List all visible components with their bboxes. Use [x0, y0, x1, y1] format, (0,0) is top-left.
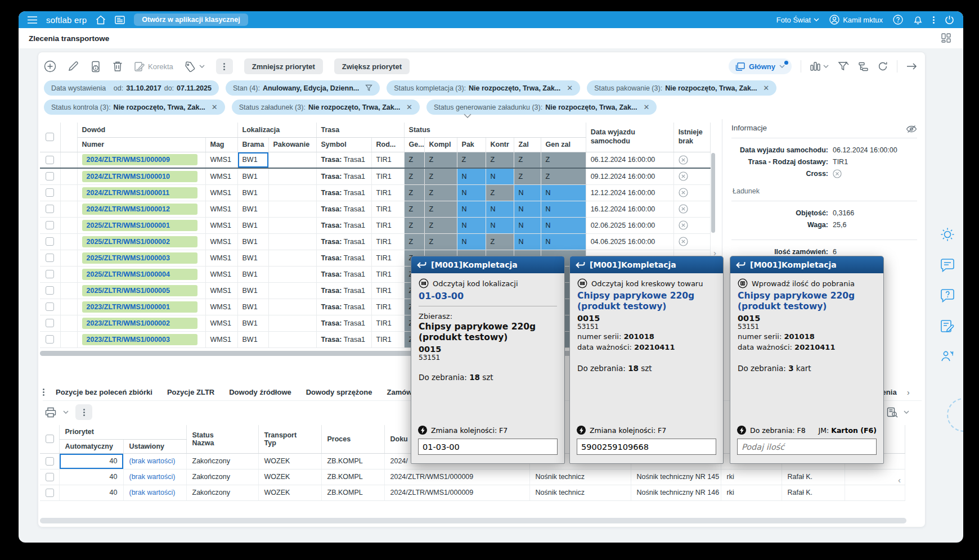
row-checkbox[interactable]: [46, 237, 54, 246]
col-data-wyjazdu[interactable]: Data wyjazdu samochodu: [586, 123, 673, 152]
table-row[interactable]: 2025/ZLTR/WMS1/000001WMS1BW1Trasa: Trasa…: [40, 217, 710, 233]
increase-priority-button[interactable]: Zwiększ priorytet: [334, 58, 410, 74]
hamburger-menu-icon[interactable]: [28, 16, 37, 24]
popup-header[interactable]: [M001]Kompletacja: [730, 256, 883, 273]
scan-input[interactable]: [418, 439, 558, 455]
order-number-link[interactable]: 2025/ZLTR/WMS1/000005: [82, 285, 197, 296]
table-row[interactable]: 40 (brak wartości) Zakończony WOZEK ZB.K…: [40, 485, 905, 500]
arrow-right-icon[interactable]: [906, 62, 917, 70]
row-checkbox[interactable]: [46, 221, 54, 229]
col-istnieje-brak[interactable]: Istnieje brak: [673, 123, 710, 152]
col-ustawiony[interactable]: Ustawiony: [123, 439, 186, 453]
help-icon[interactable]: [893, 15, 903, 25]
edit-pencil-icon[interactable]: [68, 61, 79, 72]
col-pakowanie[interactable]: Pakowanie: [268, 137, 316, 152]
order-number-link[interactable]: 2024/ZLTR/WMS1/000010: [82, 171, 197, 182]
col-mag[interactable]: Mag: [205, 137, 237, 152]
app-logo[interactable]: softlab erp: [46, 15, 87, 25]
power-logout-icon[interactable]: [945, 15, 954, 25]
popup-header[interactable]: [M001]Kompletacja: [411, 256, 564, 273]
row-checkbox[interactable]: [46, 188, 54, 197]
col-pak[interactable]: Pak: [457, 137, 486, 152]
user-menu[interactable]: Kamil mktux: [829, 15, 883, 25]
toolbar-more-icon[interactable]: [216, 58, 233, 74]
collapse-left-icon[interactable]: ‹: [898, 475, 901, 485]
tab-pozycje-zltr[interactable]: Pozycje ZLTR: [167, 388, 214, 396]
col-transport-typ[interactable]: TransportTyp: [258, 425, 321, 453]
table-row[interactable]: 2024/ZLTR/WMS1/000009WMS1BW1Trasa: Trasa…: [40, 152, 710, 168]
filter-chip-kontrola[interactable]: Status kontrola (3):Nie rozpoczęto, Trwa…: [44, 100, 225, 115]
order-number-link[interactable]: 2025/ZLTR/WMS1/000001: [82, 220, 197, 231]
filter-chip-pakowanie[interactable]: Status pakowanie (3):Nie rozpoczęto, Trw…: [587, 80, 776, 96]
row-checkbox[interactable]: [46, 254, 54, 262]
order-number-link[interactable]: 2024/ZLTR/WMS1/000012: [82, 204, 197, 215]
col-kompl[interactable]: Kompl: [424, 137, 457, 152]
popup-header[interactable]: [M001]Kompletacja: [570, 256, 723, 273]
eye-off-icon[interactable]: [906, 125, 917, 133]
comment-icon[interactable]: [940, 259, 955, 272]
col-status-nazwa[interactable]: StatusNazwa: [186, 425, 258, 453]
bottom-horizontal-scrollbar[interactable]: [40, 518, 906, 523]
tab-pozycje-bez-polecen[interactable]: Pozycje bez poleceń zbiórki: [56, 388, 152, 396]
selected-cell-brama[interactable]: BW1: [237, 152, 268, 168]
filter-chip-stan[interactable]: Stan (4):Anulowany, Edycja, Dzienn...: [226, 80, 380, 96]
select-all-checkbox[interactable]: [46, 435, 54, 443]
refresh-icon[interactable]: [878, 61, 888, 71]
close-icon[interactable]: ✕: [763, 84, 769, 92]
row-checkbox[interactable]: [46, 270, 54, 278]
collapse-filters-icon[interactable]: [464, 114, 471, 118]
selected-cell-priority[interactable]: 40: [59, 453, 123, 469]
order-number-link[interactable]: 2023/ZLTR/WMS1/000003: [82, 334, 197, 345]
open-classic-app-button[interactable]: Otwórz w aplikacji klasycznej: [134, 13, 248, 26]
tabs-scroll-right-icon[interactable]: ›: [907, 388, 910, 397]
filter-chip-kompletacja[interactable]: Status kompletacja (3):Nie rozpoczęto, T…: [387, 80, 580, 96]
close-icon[interactable]: ✕: [643, 103, 649, 111]
scan-input[interactable]: [577, 439, 716, 455]
order-number-link[interactable]: 2025/ZLTR/WMS1/000004: [82, 269, 197, 280]
home-icon[interactable]: [96, 15, 106, 25]
table-row[interactable]: 2024/ZLTR/WMS1/000010WMS1BW1Trasa: Trasa…: [40, 168, 710, 184]
row-checkbox[interactable]: [46, 156, 54, 164]
col-numer[interactable]: Numer: [77, 137, 205, 152]
hierarchy-icon[interactable]: [858, 62, 869, 71]
delete-trash-icon[interactable]: [113, 61, 123, 72]
print-icon[interactable]: [45, 407, 56, 418]
korekta-button[interactable]: Korekta: [134, 61, 173, 72]
row-checkbox[interactable]: [46, 172, 54, 180]
order-number-link[interactable]: 2023/ZLTR/WMS1/000002: [82, 318, 197, 329]
row-checkbox[interactable]: [46, 489, 54, 497]
row-checkbox[interactable]: [46, 473, 54, 481]
view-selector-glowny[interactable]: Główny: [729, 58, 792, 74]
order-number-link[interactable]: 2025/ZLTR/WMS1/000002: [82, 236, 197, 247]
close-icon[interactable]: ✕: [567, 84, 573, 92]
row-checkbox[interactable]: [46, 335, 54, 344]
decrease-priority-button[interactable]: Zmniejsz priorytet: [244, 58, 323, 74]
assistant-sun-icon[interactable]: [940, 227, 955, 242]
col-symbol[interactable]: Symbol: [316, 137, 371, 152]
add-icon[interactable]: [44, 60, 56, 73]
order-number-link[interactable]: 2023/ZLTR/WMS1/000001: [82, 301, 197, 313]
col-brama[interactable]: Brama: [237, 137, 268, 152]
table-row[interactable]: 2024/ZLTR/WMS1/000012WMS1BW1Trasa: Trasa…: [40, 201, 710, 217]
row-checkbox[interactable]: [46, 319, 54, 327]
close-icon[interactable]: ✕: [406, 103, 412, 111]
vertical-scrollbar[interactable]: [711, 153, 715, 233]
tab-dowody-sprzezone[interactable]: Dowody sprzężone: [306, 388, 372, 396]
bottom-toolbar-more-icon[interactable]: [75, 404, 92, 420]
col-ge[interactable]: Ge...: [404, 137, 424, 152]
table-row[interactable]: 2024/ZLTR/WMS1/000011WMS1BW1Trasa: Trasa…: [40, 184, 710, 201]
table-row[interactable]: 40 (brak wartości) Zakończony WOZEK ZB.K…: [40, 469, 905, 485]
layout-grid-icon[interactable]: [941, 33, 951, 43]
row-checkbox[interactable]: [46, 205, 54, 213]
filter-chip-gen-zaladunku[interactable]: Status generowanie załadunku (3):Nie roz…: [426, 100, 657, 115]
order-number-link[interactable]: 2024/ZLTR/WMS1/000009: [82, 154, 197, 165]
document-info-icon[interactable]: [90, 61, 101, 73]
row-checkbox[interactable]: [46, 457, 54, 466]
notes-pencil-icon[interactable]: [940, 319, 955, 333]
more-options-icon[interactable]: [933, 15, 935, 25]
search-document-icon[interactable]: [887, 407, 898, 418]
col-genzal[interactable]: Gen zal: [541, 137, 586, 152]
col-kontr[interactable]: Kontr: [486, 137, 514, 152]
order-number-link[interactable]: 2025/ZLTR/WMS1/000003: [82, 252, 197, 264]
tabs-more-icon[interactable]: [43, 387, 44, 397]
